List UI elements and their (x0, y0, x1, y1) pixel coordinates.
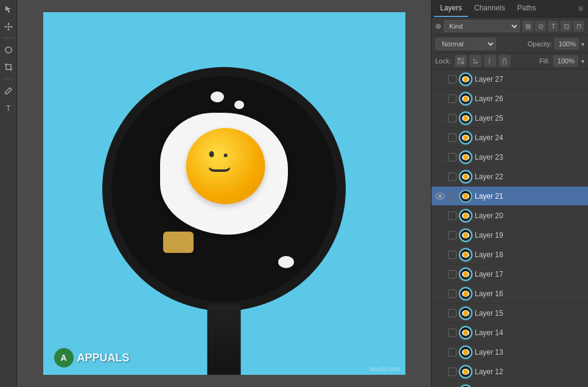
svg-rect-4 (458, 62, 460, 64)
layer-row[interactable]: Layer 20 (432, 206, 588, 225)
svg-rect-5 (461, 58, 464, 60)
layer-checkbox[interactable] (448, 309, 457, 318)
layer-row[interactable]: Layer 21 (432, 186, 588, 206)
right-panel: Layers Channels Paths ≡ ⊕ Kind ⊞ ⊙ T ⊡ ⊓… (431, 0, 588, 387)
tool-lasso[interactable] (2, 43, 15, 57)
layer-name: Layer 14 (475, 328, 586, 337)
layer-row[interactable]: Layer 12 (432, 362, 588, 382)
layer-visibility-toggle[interactable] (434, 171, 446, 183)
layer-thumbnail (458, 189, 473, 204)
layer-visibility-toggle[interactable] (434, 327, 446, 339)
tool-crop[interactable] (2, 60, 15, 74)
layer-thumbnail (458, 208, 473, 223)
layer-checkbox[interactable] (448, 133, 457, 142)
layer-name: Layer 24 (475, 133, 586, 142)
egg-blob-2 (234, 101, 244, 109)
layer-visibility-toggle[interactable] (434, 288, 446, 300)
layer-checkbox[interactable] (448, 211, 457, 220)
layer-checkbox[interactable] (448, 250, 457, 259)
filter-select[interactable]: Kind (444, 20, 520, 32)
layer-row[interactable]: Layer 19 (432, 225, 588, 245)
layer-checkbox[interactable] (448, 270, 457, 279)
layer-row[interactable]: Layer 26 (432, 89, 588, 108)
layer-name: Layer 20 (475, 211, 586, 220)
lock-image-button[interactable] (469, 55, 481, 67)
yolk-face (186, 128, 265, 204)
layer-checkbox[interactable] (448, 328, 457, 337)
layer-checkbox[interactable] (448, 75, 457, 83)
layer-checkbox[interactable] (448, 289, 457, 298)
butter (163, 232, 194, 253)
wsxdn-watermark: wsxdn.com (369, 366, 400, 372)
layer-thumbnail (458, 384, 473, 388)
frying-pan (102, 67, 346, 311)
layer-visibility-toggle[interactable] (434, 190, 446, 202)
lock-position-button[interactable] (484, 55, 496, 67)
layer-row[interactable]: Layer 22 (432, 167, 588, 186)
layer-checkbox[interactable] (448, 172, 457, 181)
layer-checkbox[interactable] (448, 192, 457, 201)
layer-visibility-toggle[interactable] (434, 307, 446, 319)
fill-label: Fill: (539, 57, 550, 65)
blend-mode-select[interactable]: Normal Multiply Screen Overlay (435, 38, 496, 50)
layer-checkbox[interactable] (448, 348, 457, 357)
layer-visibility-toggle[interactable] (434, 249, 446, 261)
layer-name: Layer 21 (475, 192, 586, 201)
layer-row[interactable]: Layer 25 (432, 108, 588, 128)
fill-dropdown-arrow: ▾ (581, 58, 584, 65)
layer-visibility-toggle[interactable] (434, 73, 446, 85)
panel-menu-button[interactable]: ≡ (576, 1, 586, 16)
layer-visibility-toggle[interactable] (434, 366, 446, 378)
layer-name: Layer 27 (475, 75, 586, 83)
filter-shape-icon[interactable]: ⊡ (561, 21, 572, 32)
layer-checkbox[interactable] (448, 94, 457, 103)
layer-visibility-toggle[interactable] (434, 229, 446, 241)
layer-row[interactable]: Layer 17 (432, 265, 588, 284)
tool-brush[interactable] (2, 84, 15, 98)
filter-adjustment-icon[interactable]: ⊙ (535, 21, 546, 32)
layer-thumbnail (458, 72, 473, 87)
lock-transparent-button[interactable] (455, 55, 467, 67)
layer-row[interactable]: Layer 13 (432, 343, 588, 362)
layer-row[interactable]: Layer 24 (432, 128, 588, 147)
svg-point-6 (474, 59, 475, 61)
layer-visibility-toggle[interactable] (434, 385, 446, 388)
layer-row[interactable]: Layer 18 (432, 245, 588, 265)
filter-pixel-icon[interactable]: ⊞ (522, 21, 533, 32)
filter-text-icon[interactable]: T (548, 21, 559, 32)
tool-selection[interactable] (2, 2, 15, 16)
lock-all-button[interactable] (499, 55, 511, 67)
layer-visibility-toggle[interactable] (434, 132, 446, 144)
filter-smart-icon[interactable]: ⊓ (573, 21, 584, 32)
tool-text[interactable]: T (2, 101, 15, 115)
layer-row[interactable]: Layer 11 (432, 382, 588, 387)
layer-name: Layer 18 (475, 250, 586, 259)
layer-thumbnail (458, 286, 473, 301)
layer-thumbnail (458, 111, 473, 126)
layer-row[interactable]: Layer 27 (432, 69, 588, 89)
watermark-text: APPUALS (77, 352, 130, 364)
layer-checkbox[interactable] (448, 231, 457, 240)
tool-move[interactable] (2, 20, 15, 33)
layer-visibility-toggle[interactable] (434, 112, 446, 124)
layer-visibility-toggle[interactable] (434, 210, 446, 222)
tab-paths[interactable]: Paths (511, 0, 542, 17)
layer-visibility-toggle[interactable] (434, 151, 446, 163)
layer-visibility-toggle[interactable] (434, 93, 446, 105)
layer-checkbox[interactable] (448, 114, 457, 122)
layer-row[interactable]: Layer 16 (432, 284, 588, 304)
layer-row[interactable]: Layer 15 (432, 304, 588, 323)
layer-thumbnail (458, 228, 473, 243)
tab-layers[interactable]: Layers (434, 0, 468, 17)
tab-channels[interactable]: Channels (468, 0, 511, 17)
layer-name: Layer 23 (475, 153, 586, 162)
layer-row[interactable]: Layer 14 (432, 323, 588, 343)
fill-input[interactable] (553, 55, 578, 66)
layer-visibility-toggle[interactable] (434, 268, 446, 280)
layer-checkbox[interactable] (448, 367, 457, 376)
opacity-input[interactable] (555, 38, 579, 49)
layer-checkbox[interactable] (448, 153, 457, 162)
layer-visibility-toggle[interactable] (434, 346, 446, 358)
layer-row[interactable]: Layer 23 (432, 147, 588, 167)
layer-thumbnail (458, 247, 473, 262)
